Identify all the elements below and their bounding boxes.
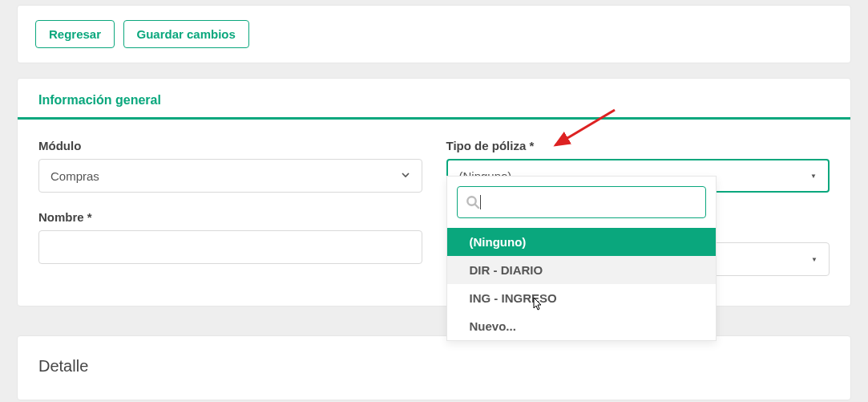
dropdown-search[interactable] xyxy=(457,186,706,218)
nombre-group: Nombre * xyxy=(38,210,422,264)
detalle-panel: Detalle xyxy=(17,335,851,400)
tipo-poliza-label: Tipo de póliza * xyxy=(446,139,830,152)
nombre-label: Nombre * xyxy=(38,210,422,224)
left-column: Módulo Compras Nombre * xyxy=(38,139,422,282)
chevron-down-icon xyxy=(401,170,410,182)
dropdown-search-input[interactable] xyxy=(487,196,697,209)
modulo-group: Módulo Compras xyxy=(38,139,422,193)
dropdown-search-wrap xyxy=(447,177,716,228)
tipo-poliza-group: Tipo de póliza * (Ninguno) ▼ xyxy=(446,139,830,193)
dropdown-item-diario[interactable]: DIR - DIARIO xyxy=(447,256,716,284)
detalle-title: Detalle xyxy=(38,357,830,376)
save-button[interactable]: Guardar cambios xyxy=(123,20,249,48)
tipo-poliza-dropdown: (Ninguno) DIR - DIARIO ING - INGRESO Nue… xyxy=(446,176,717,341)
section-title: Información general xyxy=(18,79,850,120)
modulo-label: Módulo xyxy=(38,139,422,152)
caret-down-icon: ▼ xyxy=(810,173,817,180)
dropdown-item-nuevo[interactable]: Nuevo... xyxy=(447,312,716,340)
caret-down-icon: ▼ xyxy=(811,256,818,263)
dropdown-list: (Ninguno) DIR - DIARIO ING - INGRESO Nue… xyxy=(447,228,716,340)
right-column: Tipo de póliza * (Ninguno) ▼ xyxy=(446,139,830,282)
nombre-input[interactable] xyxy=(38,230,422,264)
back-button[interactable]: Regresar xyxy=(35,20,115,48)
modulo-select[interactable]: Compras xyxy=(38,159,422,193)
svg-line-2 xyxy=(474,205,478,209)
toolbar-panel: Regresar Guardar cambios xyxy=(17,5,851,63)
modulo-value: Compras xyxy=(50,169,99,183)
form-grid: Módulo Compras Nombre * Tipo de póliza *… xyxy=(18,120,850,282)
dropdown-item-ninguno[interactable]: (Ninguno) xyxy=(447,228,716,256)
info-panel: Información general Módulo Compras Nombr… xyxy=(17,78,851,307)
text-cursor xyxy=(480,195,481,209)
dropdown-item-ingreso[interactable]: ING - INGRESO xyxy=(447,284,716,312)
search-icon xyxy=(466,195,480,209)
